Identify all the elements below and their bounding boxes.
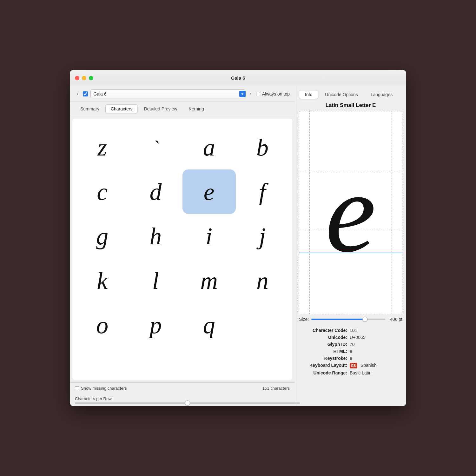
- tab-bar: Summary Characters Detailed Preview Kern…: [70, 102, 295, 116]
- keyboard-layout-key: Keyboard Layout:: [299, 363, 350, 368]
- table-row: Unicode Range: Basic Latin: [299, 369, 402, 376]
- tab-unicode-options[interactable]: Unicode Options: [319, 90, 364, 99]
- size-slider[interactable]: [311, 319, 386, 320]
- always-on-top-control: Always on top: [256, 91, 290, 96]
- info-tabs: Info Unicode Options Languages: [299, 90, 402, 99]
- list-item[interactable]: q: [182, 303, 236, 347]
- table-row: Character Code: 101: [299, 327, 402, 334]
- table-row: HTML: e: [299, 348, 402, 355]
- glyph-id-key: Glyph ID:: [299, 342, 350, 347]
- dashed-guide-left: [309, 111, 310, 314]
- selected-char-cell[interactable]: e: [182, 169, 236, 214]
- keyboard-layout-value: ES Spanish: [350, 363, 376, 368]
- tab-languages[interactable]: Languages: [365, 90, 399, 99]
- minimize-button[interactable]: [82, 76, 86, 80]
- title-bar: Gala 6: [70, 70, 406, 86]
- always-on-top-checkbox[interactable]: [256, 92, 260, 96]
- list-item[interactable]: l: [129, 258, 182, 303]
- chars-per-row-row: Characters per Row:: [70, 394, 295, 402]
- app-window: Gala 6 ‹ Gala 6 ▼ › Always on top Summa: [70, 70, 406, 406]
- toolbar: ‹ Gala 6 ▼ › Always on top: [70, 86, 295, 102]
- font-enabled-checkbox[interactable]: [83, 91, 88, 96]
- table-row: Keystroke: e: [299, 355, 402, 362]
- info-table: Character Code: 101 Unicode: U+0065 Glyp…: [299, 327, 402, 376]
- unicode-range-value: Basic Latin: [350, 370, 371, 375]
- chars-per-row-label: Characters per Row:: [75, 396, 113, 401]
- list-item[interactable]: b: [236, 125, 289, 169]
- html-key: HTML:: [299, 349, 350, 354]
- list-item[interactable]: o: [76, 303, 129, 347]
- right-panel: Info Unicode Options Languages Latin Sma…: [295, 86, 406, 406]
- window-title: Gala 6: [231, 75, 245, 81]
- maximize-button[interactable]: [89, 76, 93, 80]
- table-row: Glyph ID: 70: [299, 341, 402, 348]
- show-missing-control: Show missing characters: [75, 386, 127, 391]
- size-control: Size: 406 pt: [299, 314, 402, 324]
- list-item[interactable]: n: [236, 258, 289, 303]
- keystroke-key: Keystroke:: [299, 356, 350, 361]
- list-item[interactable]: d: [129, 169, 182, 214]
- size-label: Size:: [299, 317, 309, 322]
- tab-detailed-preview[interactable]: Detailed Preview: [138, 104, 182, 113]
- tab-characters[interactable]: Characters: [105, 104, 138, 113]
- tab-summary[interactable]: Summary: [75, 104, 105, 113]
- left-panel: ‹ Gala 6 ▼ › Always on top Summary Chara…: [70, 86, 295, 406]
- size-slider-thumb-icon: [362, 317, 367, 322]
- character-count: 151 characters: [262, 386, 290, 391]
- unicode-key: Unicode:: [299, 335, 350, 340]
- character-name: Latin Small Letter E: [299, 102, 402, 109]
- slider-thumb-icon: [185, 400, 190, 406]
- list-item[interactable]: `: [129, 125, 182, 169]
- keystroke-value: e: [350, 356, 352, 361]
- always-on-top-label: Always on top: [262, 91, 290, 96]
- character-code-key: Character Code:: [299, 328, 350, 333]
- list-item[interactable]: p: [129, 303, 182, 347]
- dashed-guide-right: [392, 111, 392, 314]
- list-item[interactable]: h: [129, 214, 182, 258]
- main-content: ‹ Gala 6 ▼ › Always on top Summary Chara…: [70, 86, 406, 406]
- list-item[interactable]: z: [76, 125, 129, 169]
- nav-forward-button[interactable]: ›: [248, 90, 254, 97]
- chars-per-row-slider[interactable]: [75, 402, 300, 404]
- baseline-guide: [299, 253, 402, 253]
- table-row: Unicode: U+0065: [299, 334, 402, 341]
- font-selector[interactable]: Gala 6: [90, 89, 245, 98]
- size-value: 406 pt: [388, 317, 402, 322]
- glyph-id-value: 70: [350, 342, 355, 347]
- keyboard-layout-flag: ES: [350, 363, 357, 368]
- list-item[interactable]: a: [182, 125, 236, 169]
- size-slider-fill: [311, 319, 365, 320]
- unicode-range-key: Unicode Range:: [299, 370, 350, 375]
- list-item[interactable]: c: [76, 169, 129, 214]
- html-value: e: [350, 349, 352, 354]
- nav-back-button[interactable]: ‹: [75, 90, 80, 97]
- list-item[interactable]: i: [182, 214, 236, 258]
- list-item[interactable]: f: [236, 169, 289, 214]
- list-item[interactable]: m: [182, 258, 236, 303]
- close-button[interactable]: [75, 76, 79, 80]
- list-item[interactable]: j: [236, 214, 289, 258]
- show-missing-checkbox[interactable]: [75, 386, 79, 390]
- unicode-value: U+0065: [350, 335, 365, 340]
- character-code-value: 101: [350, 328, 357, 333]
- show-missing-label: Show missing characters: [81, 386, 127, 391]
- keyboard-layout-language: Spanish: [360, 363, 377, 368]
- bottom-bar: Show missing characters 151 characters: [70, 382, 295, 394]
- tab-kerning[interactable]: Kerning: [183, 104, 209, 113]
- preview-area: e: [299, 111, 402, 314]
- traffic-lights: [75, 76, 93, 80]
- list-item[interactable]: g: [76, 214, 129, 258]
- tab-info[interactable]: Info: [299, 90, 318, 99]
- table-row: Keyboard Layout: ES Spanish: [299, 362, 402, 369]
- list-item[interactable]: k: [76, 258, 129, 303]
- characters-grid: z ` a b c d e f g h i j k l m n o p q: [72, 119, 292, 380]
